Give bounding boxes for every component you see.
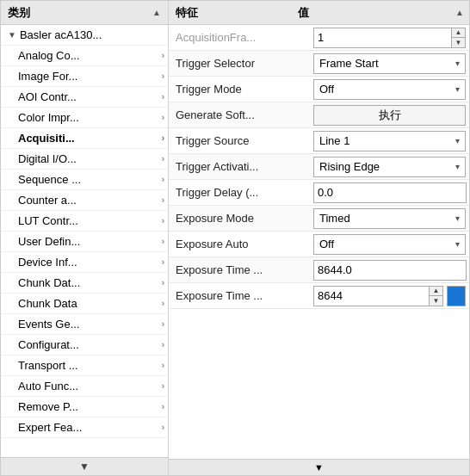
right-panel-header: 特征 值 ▲ [169,1,469,25]
property-row: Trigger Activati...Rising Edge▾ [169,154,469,180]
tree-item[interactable]: Transport ...› [1,355,168,376]
spinbox-input[interactable] [314,287,429,306]
tree-item-label: Remove P... [18,400,162,413]
tree-item-label: Sequence ... [18,173,162,186]
execute-button[interactable]: 执行 [313,105,466,126]
tree-item[interactable]: Chunk Data› [1,294,168,314]
tree-item[interactable]: Acquisiti...› [1,128,168,149]
spinbox-input[interactable] [314,28,451,47]
tree-item-arrow-icon: › [162,319,164,329]
tree-item[interactable]: Color Impr...› [1,108,168,128]
tree-item-arrow-icon: › [162,71,164,81]
value-cell [310,181,469,205]
tree-item[interactable]: Chunk Dat...› [1,273,168,294]
category-label: 类别 [8,5,30,21]
left-scroll-bottom[interactable]: ▼ [1,457,168,475]
spinbox-buttons: ▲▼ [451,28,465,47]
spinbox-down-button[interactable]: ▼ [430,296,442,306]
tree-item[interactable]: LUT Contr...› [1,211,168,232]
tree-item-arrow-icon: › [162,278,164,287]
tree-item[interactable]: Digital I/O...› [1,149,168,170]
feature-label: Exposure Time ... [169,286,310,306]
right-scroll-up-btn[interactable]: ▲ [450,8,469,17]
tree-item-label: Analog Co... [18,49,162,62]
dropdown-box[interactable]: Line 1▾ [313,131,466,151]
tree-item[interactable]: Analog Co...› [1,46,168,66]
tree-item[interactable]: Image For...› [1,66,168,87]
value-cell [310,258,469,282]
tree-item[interactable]: Counter a...› [1,190,168,211]
tree-item-arrow-icon: › [162,237,164,246]
tree-item[interactable]: Device Inf...› [1,252,168,273]
tree-item[interactable]: ▼Basler acA130... [1,25,168,46]
tree-item[interactable]: AOI Contr...› [1,87,168,108]
dropdown-box[interactable]: Timed▾ [313,208,466,229]
tree-item-arrow-icon: › [162,133,164,143]
tree-item[interactable]: Expert Fea...› [1,417,168,438]
tree-item-label: User Defin... [18,235,162,248]
tree-item-arrow-icon: › [162,361,164,370]
property-row: Exposure Time ... [169,257,469,283]
dropdown-box[interactable]: Off▾ [313,79,466,100]
value-cell: Timed▾ [310,207,469,231]
feature-label: AcquisitionFra... [169,28,310,47]
dropdown-box[interactable]: Frame Start▾ [313,53,466,74]
tree-item[interactable]: Sequence ...› [1,170,168,190]
right-scroll-bottom[interactable]: ▼ [169,459,469,475]
dropdown-arrow-icon: ▾ [455,59,460,68]
tree-item-arrow-icon: › [162,175,164,184]
text-input[interactable] [313,182,467,203]
spinbox-up-button[interactable]: ▲ [452,28,465,39]
spinbox-up-button[interactable]: ▲ [430,287,442,297]
property-row: Exposure ModeTimed▾ [169,206,469,232]
dropdown-arrow-icon: ▾ [455,84,460,94]
dropdown-value: Frame Start [319,57,455,70]
feature-label: Trigger Activati... [169,157,310,176]
tree-item[interactable]: Configurat...› [1,335,168,355]
left-panel-header: 类别 ▲ [1,1,168,25]
left-scroll-up-icon[interactable]: ▲ [152,8,161,17]
value-cell: Frame Start▾ [310,52,469,76]
tree-item-arrow-icon: › [162,340,164,349]
tree-item-label: Transport ... [18,359,162,372]
dropdown-box[interactable]: Off▾ [313,234,466,255]
feature-label: Exposure Time ... [169,260,310,280]
left-scroll-down-icon[interactable]: ▼ [79,461,90,473]
color-indicator[interactable] [447,286,466,306]
tree-item-label: LUT Contr... [18,214,162,227]
feature-label: Trigger Source [169,131,310,151]
tree-item[interactable]: User Defin...› [1,232,168,252]
dropdown-value: Timed [319,212,455,225]
feature-label: Trigger Delay (... [169,182,310,202]
property-row: Exposure Time ...▲▼ [169,283,469,309]
tree-item-arrow-icon: › [162,299,164,308]
tree-item-label: Expert Fea... [18,421,162,434]
dropdown-box[interactable]: Rising Edge▾ [313,157,466,177]
value-cell: Off▾ [310,232,469,257]
tree-item-label: Image For... [18,70,162,83]
property-row: Trigger SelectorFrame Start▾ [169,51,469,77]
spinbox[interactable]: ▲▼ [313,286,443,306]
tree-item[interactable]: Remove P...› [1,397,168,417]
spinbox-down-button[interactable]: ▼ [452,38,465,47]
property-row: Trigger Delay (... [169,180,469,206]
dropdown-arrow-icon: ▾ [455,136,460,145]
spinbox[interactable]: ▲▼ [313,28,466,48]
property-row: Generate Soft...执行 [169,102,469,128]
feature-label: Generate Soft... [169,105,310,125]
property-list: AcquisitionFra...▲▼Trigger SelectorFrame… [169,25,469,459]
property-row: Exposure AutoOff▾ [169,232,469,257]
tree-item[interactable]: Events Ge...› [1,314,168,335]
tree-item-label: Auto Func... [18,380,162,393]
tree-item[interactable]: Auto Func...› [1,376,168,397]
tree-item-arrow-icon: › [162,257,164,267]
text-input[interactable] [313,260,467,281]
tree-item-label: Counter a... [18,194,162,207]
dropdown-arrow-icon: ▾ [455,213,460,223]
value-cell: Rising Edge▾ [310,155,469,179]
property-row: AcquisitionFra...▲▼ [169,25,469,51]
feature-column-header: 特征 [169,5,291,21]
value-cell: Line 1▾ [310,129,469,153]
value-cell: 执行 [310,103,469,127]
dropdown-value: Off [319,83,455,96]
